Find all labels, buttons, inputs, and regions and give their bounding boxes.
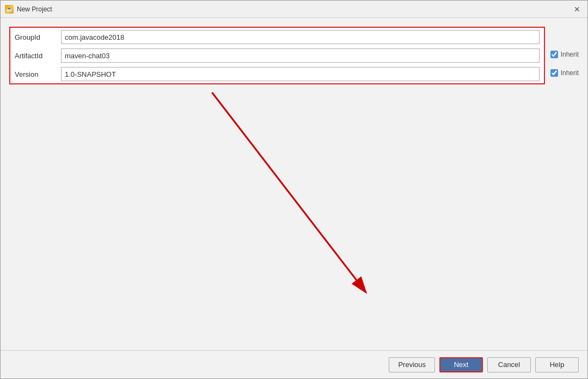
dialog-content: GroupId ArtifactId Version xyxy=(1,18,587,350)
title-bar-left: ☕ New Project xyxy=(5,5,52,14)
artifactid-row: ArtifactId xyxy=(10,46,544,65)
groupid-row: GroupId xyxy=(10,28,544,46)
next-button[interactable]: Next xyxy=(439,357,483,372)
dialog-window: ☕ New Project ✕ GroupId ArtifactId xyxy=(0,0,588,379)
help-button[interactable]: Help xyxy=(535,357,579,372)
inherit-groupid-visible-row: Inherit xyxy=(550,45,579,64)
form-area: GroupId ArtifactId Version xyxy=(9,27,579,84)
right-checkboxes: Inherit Inherit Inherit xyxy=(545,27,579,82)
inputs-container: GroupId ArtifactId Version xyxy=(9,27,545,84)
close-button[interactable]: ✕ xyxy=(571,3,583,15)
arrow-annotation xyxy=(1,72,587,317)
artifactid-label: ArtifactId xyxy=(15,52,61,60)
artifactid-input[interactable] xyxy=(61,48,540,63)
inherit-label-2: Inherit xyxy=(561,69,579,77)
arrow-svg xyxy=(1,72,587,317)
version-row: Version xyxy=(10,65,544,83)
title-bar: ☕ New Project ✕ xyxy=(1,1,587,18)
cancel-button[interactable]: Cancel xyxy=(487,357,531,372)
previous-button[interactable]: Previous xyxy=(389,357,435,372)
version-input[interactable] xyxy=(61,67,540,81)
groupid-label: GroupId xyxy=(15,33,61,41)
inherit-checkbox-1[interactable] xyxy=(550,51,558,58)
dialog-footer: Previous Next Cancel Help xyxy=(1,350,587,378)
version-label: Version xyxy=(15,70,61,78)
window-title: New Project xyxy=(17,5,52,13)
inherit-version-row: Inherit xyxy=(550,64,579,82)
groupid-input[interactable] xyxy=(61,30,540,44)
inherit-checkbox-2[interactable] xyxy=(550,69,558,77)
close-icon: ✕ xyxy=(574,5,580,14)
app-icon: ☕ xyxy=(5,5,14,14)
inherit-label-1: Inherit xyxy=(561,51,579,58)
arrow-line xyxy=(212,93,366,292)
